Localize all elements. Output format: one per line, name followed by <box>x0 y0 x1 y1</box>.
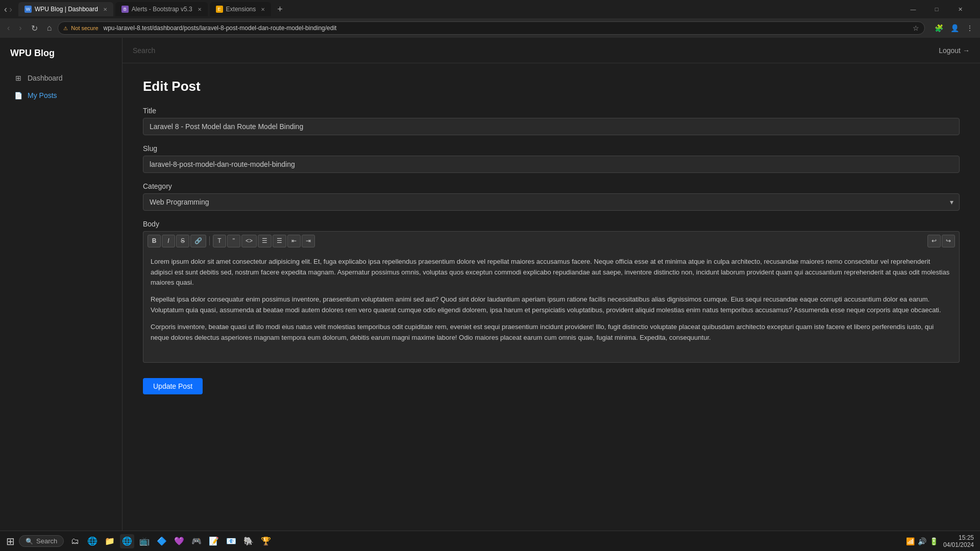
body-paragraph-2: Repellat ipsa dolor consequatur enim pos… <box>151 294 952 316</box>
slug-input[interactable] <box>143 156 960 173</box>
tab-favicon-extensions: E <box>216 6 223 13</box>
browser-chrome: ‹ › W WPU Blog | Dashboard ✕ B Alerts - … <box>0 0 980 38</box>
ol-button[interactable]: ☰ <box>273 235 286 247</box>
sidebar-item-dashboard[interactable]: ⊞ Dashboard <box>4 70 118 86</box>
redo-button[interactable]: ↪ <box>942 235 955 247</box>
taskbar-right: 📶 🔊 🔋 15:25 04/01/2024 <box>906 534 974 548</box>
link-button[interactable]: 🔗 <box>190 235 206 247</box>
browser-forward-icon[interactable]: › <box>9 4 12 15</box>
taskbar-app-trophy[interactable]: 🏆 <box>259 534 273 548</box>
title-label: Title <box>143 107 960 115</box>
home-button[interactable]: ⌂ <box>44 21 55 35</box>
taskbar-search-label: Search <box>36 537 57 545</box>
tab-close-extensions[interactable]: ✕ <box>261 7 265 12</box>
logout-label: Logout <box>939 46 961 55</box>
address-bar: ‹ › ↻ ⌂ ⚠ Not secure wpu-laravel-8.test/… <box>0 18 980 38</box>
body-form-group: Body B I S 🔗 T " <> ☰ ☰ ⇤ <box>143 220 960 363</box>
taskbar-app-folder[interactable]: 📁 <box>103 534 117 548</box>
close-button[interactable]: ✕ <box>948 0 972 18</box>
ul-button[interactable]: ☰ <box>258 235 272 247</box>
heading-button[interactable]: T <box>213 235 226 247</box>
url-bar[interactable]: ⚠ Not secure wpu-laravel-8.test/dashboar… <box>58 21 925 35</box>
forward-button[interactable]: › <box>16 21 24 35</box>
tab-close-wpu[interactable]: ✕ <box>103 7 107 12</box>
editor-toolbar: B I S 🔗 T " <> ☰ ☰ ⇤ ⇥ ↩ ↪ <box>143 231 960 251</box>
bookmark-icon[interactable]: ☆ <box>913 24 919 32</box>
quote-button[interactable]: " <box>227 235 240 247</box>
taskbar-time-display: 15:25 <box>943 534 974 541</box>
taskbar-app-purple[interactable]: 💜 <box>172 534 186 548</box>
main-content: Edit Post Title Slug Category Web P <box>122 63 980 531</box>
category-select[interactable]: Web Programming Mobile Development Data … <box>143 193 960 211</box>
body-paragraph-1: Lorem ipsum dolor sit amet consectetur a… <box>151 257 952 288</box>
tray-icon-network[interactable]: 📶 <box>906 537 915 545</box>
logout-button[interactable]: Logout → <box>939 46 970 55</box>
tab-title-bootstrap: Alerts - Bootstrap v5.3 <box>132 6 192 13</box>
back-button[interactable]: ‹ <box>4 21 13 35</box>
italic-button[interactable]: I <box>162 235 175 247</box>
browser-actions: 🧩 👤 ⋮ <box>932 22 976 34</box>
tab-favicon-bootstrap: B <box>121 6 129 13</box>
taskbar-app-browser[interactable]: 🌐 <box>85 534 100 548</box>
app-wrapper: WPU Blog ⊞ Dashboard 📄 My Posts Logout → <box>0 38 980 531</box>
taskbar-system-icons: 📶 🔊 🔋 <box>906 537 938 545</box>
sidebar: WPU Blog ⊞ Dashboard 📄 My Posts <box>0 38 122 531</box>
reload-button[interactable]: ↻ <box>28 21 41 35</box>
tab-bar: ‹ › W WPU Blog | Dashboard ✕ B Alerts - … <box>0 0 980 18</box>
code-button[interactable]: <> <box>241 235 257 247</box>
title-input[interactable] <box>143 118 960 135</box>
indent-less-button[interactable]: ⇤ <box>287 235 301 247</box>
browser-back-icon[interactable]: ‹ <box>4 4 7 15</box>
strikethrough-button[interactable]: S <box>176 235 189 247</box>
indent-more-button[interactable]: ⇥ <box>302 235 315 247</box>
tray-icon-battery[interactable]: 🔋 <box>929 537 938 545</box>
url-text: wpu-laravel-8.test/dashboard/posts/larav… <box>104 24 337 32</box>
category-form-group: Category Web Programming Mobile Developm… <box>143 182 960 211</box>
search-input[interactable] <box>133 46 235 55</box>
menu-icon[interactable]: ⋮ <box>964 22 976 34</box>
window-controls: — □ ✕ <box>901 0 972 18</box>
main-area: Logout → Edit Post Title Slug <box>122 38 980 531</box>
taskbar-start: ⊞ <box>6 535 15 547</box>
taskbar-app-notepad[interactable]: 📝 <box>207 534 221 548</box>
taskbar: ⊞ 🔍 Search 🗂 🌐 📁 🌐 📺 🔷 💜 🎮 📝 📧 🐘 🏆 📶 🔊 🔋… <box>0 531 980 551</box>
taskbar-app-vscode[interactable]: 🔷 <box>155 534 169 548</box>
tab-close-bootstrap[interactable]: ✕ <box>198 7 202 12</box>
new-tab-button[interactable]: + <box>273 4 287 15</box>
taskbar-app-messaging[interactable]: 🐘 <box>241 534 256 548</box>
maximize-button[interactable]: □ <box>925 0 948 18</box>
body-paragraph-3: Corporis inventore, beatae quasi ut illo… <box>151 322 952 343</box>
sidebar-item-my-posts[interactable]: 📄 My Posts <box>4 87 118 104</box>
tab-title-extensions: Extensions <box>226 6 256 13</box>
tab-extensions[interactable]: E Extensions ✕ <box>210 2 272 16</box>
minimize-button[interactable]: — <box>901 0 925 18</box>
extensions-icon[interactable]: 🧩 <box>932 22 946 34</box>
editor-body[interactable]: Lorem ipsum dolor sit amet consectetur a… <box>143 251 960 363</box>
sidebar-label-dashboard: Dashboard <box>28 74 63 82</box>
undo-button[interactable]: ↩ <box>927 235 941 247</box>
dashboard-icon: ⊞ <box>14 74 22 82</box>
tab-title-wpu: WPU Blog | Dashboard <box>35 6 98 13</box>
update-post-button[interactable]: Update Post <box>143 378 203 394</box>
profile-icon[interactable]: 👤 <box>948 22 962 34</box>
toolbar-separator-1 <box>209 236 210 245</box>
tab-bootstrap[interactable]: B Alerts - Bootstrap v5.3 ✕ <box>115 2 208 16</box>
taskbar-app-mail[interactable]: 📧 <box>224 534 238 548</box>
start-button[interactable]: ⊞ <box>6 535 15 547</box>
tab-favicon-wpu: W <box>24 6 32 13</box>
tab-wpu-blog[interactable]: W WPU Blog | Dashboard ✕ <box>18 2 113 16</box>
security-indicator: ⚠ <box>63 26 68 31</box>
taskbar-app-chrome[interactable]: 🌐 <box>120 534 134 548</box>
taskbar-search[interactable]: 🔍 Search <box>19 535 64 547</box>
taskbar-app-media[interactable]: 📺 <box>137 534 152 548</box>
taskbar-clock[interactable]: 15:25 04/01/2024 <box>943 534 974 548</box>
taskbar-app-game[interactable]: 🎮 <box>189 534 204 548</box>
slug-label: Slug <box>143 144 960 153</box>
taskbar-app-file-explorer[interactable]: 🗂 <box>68 534 82 548</box>
category-label: Category <box>143 182 960 190</box>
bold-button[interactable]: B <box>148 235 161 247</box>
slug-form-group: Slug <box>143 144 960 173</box>
body-label: Body <box>143 220 960 228</box>
tray-icon-volume[interactable]: 🔊 <box>918 537 926 545</box>
logout-icon: → <box>963 46 970 55</box>
